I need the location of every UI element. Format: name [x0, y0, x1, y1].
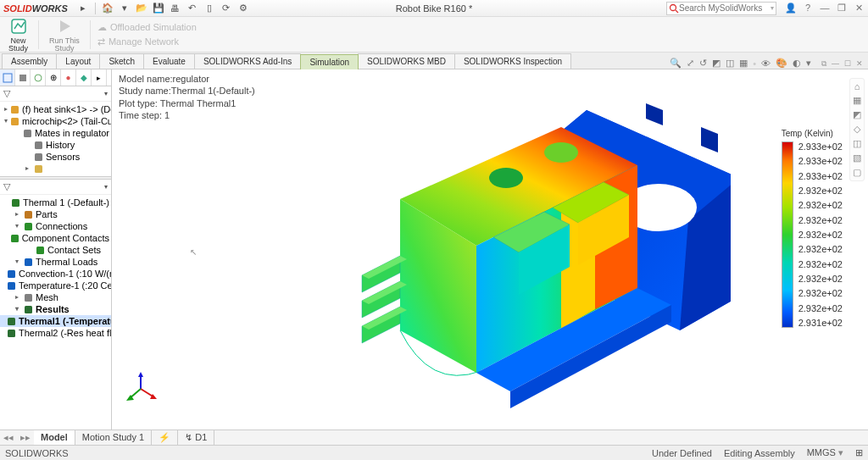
expand-icon[interactable]: ▾ — [13, 223, 20, 230]
restore-icon[interactable]: ❐ — [836, 3, 848, 14]
doc-maximize-icon[interactable]: ☐ — [843, 59, 853, 69]
tree-item[interactable]: ▾microchip<2> (Tail-Cut<-… — [0, 115, 111, 127]
expand-icon[interactable]: ▾ — [13, 306, 20, 313]
dimxpert-tab[interactable]: ⊕ — [46, 69, 61, 86]
tree-item[interactable]: ▸(f) heat sink<1> -> (Defa… — [0, 103, 111, 115]
zoom-fit-icon[interactable]: 🔍 — [670, 58, 682, 69]
open-icon[interactable]: 📂 — [135, 2, 148, 15]
taskpane-tab-6[interactable]: ▢ — [851, 167, 863, 178]
bottom-tab-model[interactable]: Model — [34, 430, 75, 445]
select-icon[interactable]: ▯ — [203, 2, 216, 15]
taskpane-tab-5[interactable]: ▧ — [851, 152, 863, 163]
bottom-tab-extra[interactable]: ↯ D1 — [178, 430, 214, 445]
legend-tick: 2.931e+02 — [798, 318, 843, 328]
svg-rect-21 — [25, 294, 32, 302]
prev-view-icon[interactable]: ↺ — [699, 58, 707, 69]
tab-sketch[interactable]: Sketch — [99, 53, 144, 69]
svg-rect-20 — [8, 282, 15, 290]
taskpane-tab-0[interactable]: ⌂ — [851, 81, 863, 91]
display-style-icon[interactable]: ▦ — [739, 58, 748, 69]
property-manager-tab[interactable] — [15, 69, 31, 86]
tree-item[interactable]: Contact Sets — [0, 244, 111, 256]
help-icon[interactable]: ? — [802, 3, 814, 14]
legend-colorbar[interactable] — [782, 141, 793, 328]
options-icon[interactable]: ⚙ — [236, 2, 250, 15]
tree-item[interactable]: ▾Thermal Loads — [0, 256, 111, 268]
filter-row[interactable]: ▽▾ — [0, 86, 111, 102]
home-icon[interactable]: 🏠 — [101, 2, 114, 15]
status-units[interactable]: MMGS ▾ — [807, 447, 843, 458]
search-dropdown-icon[interactable]: ▾ — [771, 4, 774, 12]
expand-icon[interactable]: ▸ — [23, 165, 31, 173]
tab-nav-right[interactable]: ▸▸ — [17, 432, 34, 443]
expand-icon[interactable]: ▾ — [13, 258, 20, 266]
expand-tab[interactable]: ▸ — [92, 69, 107, 86]
taskpane-tab-4[interactable]: ◫ — [851, 138, 863, 149]
tab-nav-left[interactable]: ◂◂ — [0, 432, 17, 443]
sim-tree-tab[interactable]: ◆ — [76, 69, 92, 86]
user-icon[interactable]: 👤 — [785, 3, 797, 14]
tree-item[interactable]: ▸Parts — [0, 208, 111, 220]
close-icon[interactable]: ✕ — [853, 3, 865, 14]
bottom-tab-extra[interactable]: ⚡ — [152, 430, 178, 445]
view-settings-icon[interactable]: ▾ — [806, 58, 811, 69]
minimize-icon[interactable]: — — [819, 3, 831, 14]
hide-show-icon[interactable]: 👁 — [761, 58, 771, 69]
tab-assembly[interactable]: Assembly — [2, 53, 57, 69]
tree-item[interactable]: Mates in regulator — [0, 127, 111, 139]
doc-restore-icon[interactable]: ⧉ — [820, 59, 828, 69]
tree-item[interactable]: Thermal2 (-Res heat flux-… — [0, 327, 111, 339]
new-file-icon[interactable]: ▾ — [118, 2, 131, 15]
search-input[interactable] — [679, 3, 771, 13]
separator — [95, 3, 96, 14]
config-manager-tab[interactable] — [31, 69, 46, 86]
section-view-icon[interactable]: ◩ — [712, 58, 721, 69]
status-extra-icon[interactable]: ⊞ — [855, 447, 863, 458]
filter-row-2[interactable]: ▽▾ — [0, 180, 111, 195]
expand-icon[interactable]: ▸ — [13, 294, 20, 302]
view-triad[interactable] — [124, 372, 158, 406]
expand-icon[interactable]: ▸ — [13, 211, 20, 219]
tree-item[interactable]: ▾Results — [0, 303, 111, 315]
tab-solidworks-mbd[interactable]: SOLIDWORKS MBD — [358, 53, 455, 69]
tree-item[interactable]: Sensors — [0, 151, 111, 163]
bottom-tab-motion-study-1[interactable]: Motion Study 1 — [75, 430, 152, 445]
view-orient-icon[interactable]: ◫ — [726, 58, 734, 69]
apply-scene-icon[interactable]: ◐ — [793, 58, 801, 69]
feature-tree-tab[interactable] — [0, 69, 15, 86]
edit-appearance-icon[interactable]: 🎨 — [776, 58, 787, 69]
expand-icon[interactable]: ▾ — [4, 118, 8, 125]
rebuild-icon[interactable]: ⟳ — [220, 2, 233, 15]
svg-rect-17 — [36, 247, 44, 254]
graphics-area[interactable]: Model name:regulator Study name:Thermal … — [112, 69, 868, 430]
search-box[interactable]: ▾ — [666, 2, 776, 15]
tab-solidworks-inspection[interactable]: SOLIDWORKS Inspection — [454, 53, 571, 69]
tree-item[interactable]: ▸ — [0, 163, 111, 175]
simulation-tree: Thermal 1 (-Default-)▸Parts▾ConnectionsC… — [0, 195, 111, 341]
new-study-button[interactable]: New Study — [5, 15, 31, 54]
tree-item[interactable]: Thermal 1 (-Default-) — [0, 197, 111, 208]
doc-minimize-icon[interactable]: — — [830, 59, 841, 69]
print-icon[interactable]: 🖶 — [169, 2, 182, 15]
tree-item[interactable]: ▾Connections — [0, 220, 111, 232]
taskpane-tab-1[interactable]: ▦ — [851, 95, 863, 106]
zoom-area-icon[interactable]: ⤢ — [687, 58, 694, 69]
undo-icon[interactable]: ↶ — [186, 2, 199, 15]
tab-solidworks-add-ins[interactable]: SOLIDWORKS Add-Ins — [194, 53, 301, 69]
tree-item[interactable]: History — [0, 139, 111, 151]
tree-item[interactable]: Temperature-1 (:20 Celsi… — [0, 280, 111, 291]
tree-item[interactable]: Thermal1 (-Temperatur… — [0, 315, 111, 327]
tree-item[interactable]: ▸Mesh — [0, 291, 111, 303]
tab-evaluate[interactable]: Evaluate — [143, 53, 195, 69]
tab-simulation[interactable]: Simulation — [300, 54, 359, 69]
expand-icon[interactable]: ▸ — [4, 106, 8, 114]
taskpane-tab-2[interactable]: ◩ — [851, 109, 863, 120]
doc-close-icon[interactable]: ✕ — [854, 59, 865, 69]
save-icon[interactable]: 💾 — [152, 2, 165, 15]
taskpane-tab-3[interactable]: ◇ — [851, 124, 863, 135]
dropdown-arrow-icon[interactable]: ▸ — [76, 2, 90, 15]
tab-layout[interactable]: Layout — [56, 53, 100, 69]
tree-item[interactable]: Convection-1 (:10 W/(m^… — [0, 268, 111, 280]
tree-item[interactable]: Component Contacts — [0, 232, 111, 244]
display-manager-tab[interactable]: ● — [61, 69, 76, 86]
